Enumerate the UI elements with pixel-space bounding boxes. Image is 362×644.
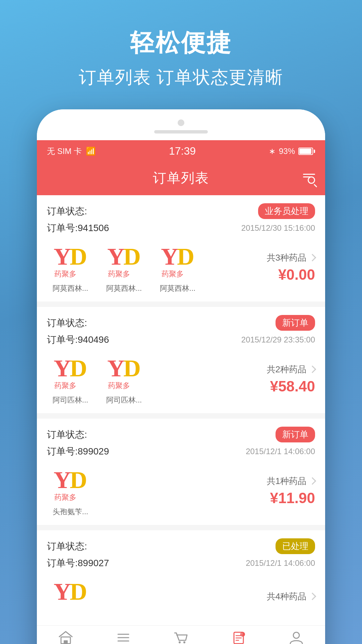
product-items: Y D [47, 576, 260, 616]
product-logo: Y D 药聚多 [49, 241, 92, 281]
battery-icon [298, 148, 315, 155]
svg-point-25 [179, 641, 181, 643]
cart-icon [174, 631, 188, 644]
order-price: ¥58.40 [270, 378, 315, 395]
order-icon: ! [231, 631, 246, 644]
svg-text:Y: Y [54, 467, 71, 493]
chevron-right-icon [309, 366, 316, 373]
status-badge: 新订单 [276, 427, 315, 442]
camera-dot [178, 119, 184, 126]
svg-text:药聚多: 药聚多 [54, 270, 76, 278]
product-items: Y D 药聚多 头孢氨苄... [47, 465, 260, 517]
nav-item-category[interactable]: 分类 [100, 631, 147, 644]
product-name: 阿莫西林... [160, 283, 195, 293]
products-summary: 共2种药品 ¥58.40 [267, 364, 315, 395]
product-item: Y D [47, 576, 94, 616]
bottom-nav: 首页 分类 [37, 625, 325, 644]
summary-count: 共3种药品 [267, 252, 315, 264]
order-date: 2015/12/1 14:06:00 [246, 447, 315, 456]
product-item: Y D 药聚多 阿莫西林... [47, 241, 94, 293]
order-header: 订单状态: 新订单 [47, 315, 315, 331]
order-status-label: 订单状态: [47, 205, 87, 218]
svg-text:D: D [70, 467, 87, 493]
order-item[interactable]: 订单状态: 已处理 订单号:899027 2015/12/1 14:06:00 … [37, 530, 325, 620]
products-summary: 共1种药品 ¥11.90 [267, 475, 315, 506]
chevron-right-icon [309, 593, 316, 600]
svg-rect-21 [64, 640, 68, 644]
svg-text:D: D [123, 355, 141, 382]
order-number-row: 订单号:940496 2015/12/29 23:35:00 [47, 333, 315, 346]
product-item: Y D 药聚多 阿莫西林... [101, 241, 147, 293]
summary-count: 共4种药品 [267, 591, 315, 602]
svg-text:药聚多: 药聚多 [54, 381, 76, 390]
svg-text:Y: Y [107, 355, 125, 382]
order-number: 订单号:899027 [47, 557, 109, 570]
svg-text:药聚多: 药聚多 [108, 270, 130, 278]
nav-item-profile[interactable]: 我 [273, 631, 320, 644]
home-icon [58, 631, 73, 644]
speaker-bar [154, 130, 208, 133]
nav-item-home[interactable]: 首页 [42, 631, 89, 644]
phone-top-decor [37, 109, 325, 140]
search-icon [308, 176, 315, 184]
wifi-icon: 📶 [86, 147, 96, 156]
status-right: ∗ 93% [269, 147, 315, 156]
products-summary: 共4种药品 [267, 591, 315, 602]
order-number: 订单号:899029 [47, 445, 109, 458]
svg-text:Y: Y [161, 243, 178, 270]
order-header: 订单状态: 新订单 [47, 427, 315, 442]
order-date: 2015/12/30 15:16:00 [241, 223, 315, 233]
chevron-right-icon [309, 477, 316, 485]
svg-text:Y: Y [54, 355, 71, 382]
svg-text:D: D [123, 243, 141, 270]
product-name: 阿莫西林... [106, 283, 142, 293]
product-item: Y D 药聚多 头孢氨苄... [47, 465, 94, 517]
svg-text:Y: Y [54, 243, 71, 270]
hero-subtitle: 订单列表 订单状态更清晰 [13, 66, 349, 89]
product-name: 阿司匹林... [53, 395, 88, 405]
clock: 17:39 [169, 145, 196, 157]
product-logo: Y D 药聚多 [49, 353, 92, 393]
product-items: Y D 药聚多 阿莫西林... Y D [47, 241, 260, 293]
summary-count: 共2种药品 [267, 364, 315, 375]
nav-item-cart[interactable]: 购物车 [158, 631, 204, 644]
product-name: 阿司匹林... [106, 395, 142, 405]
products-row: Y D 药聚多 阿司匹林... Y D [47, 353, 315, 405]
svg-text:药聚多: 药聚多 [108, 381, 130, 390]
order-status-label: 订单状态: [47, 540, 87, 553]
svg-text:D: D [70, 355, 87, 382]
svg-text:药聚多: 药聚多 [54, 493, 76, 501]
product-logo: Y D 药聚多 [156, 241, 199, 281]
carrier-text: 无 SIM 卡 [47, 146, 82, 157]
order-item[interactable]: 订单状态: 新订单 订单号:940496 2015/12/29 23:35:00… [37, 307, 325, 413]
product-items: Y D 药聚多 阿司匹林... Y D [47, 353, 260, 405]
products-row: Y D 共4种药品 [47, 576, 315, 616]
status-left: 无 SIM 卡 📶 [47, 146, 96, 157]
order-status-label: 订单状态: [47, 317, 87, 329]
svg-point-26 [183, 641, 185, 643]
order-item[interactable]: 订单状态: 业务员处理 订单号:941506 2015/12/30 15:16:… [37, 195, 325, 302]
battery-percent: 93% [279, 147, 295, 156]
status-badge: 新订单 [276, 315, 315, 331]
product-item: Y D 药聚多 阿司匹林... [47, 353, 94, 405]
order-date: 2015/12/29 23:35:00 [241, 335, 315, 344]
svg-text:D: D [177, 243, 194, 270]
svg-text:D: D [70, 578, 87, 605]
order-header: 订单状态: 业务员处理 [47, 203, 315, 219]
product-logo: Y D 药聚多 [102, 241, 146, 281]
order-number-row: 订单号:899029 2015/12/1 14:06:00 [47, 445, 315, 458]
svg-text:!: ! [241, 633, 242, 636]
svg-text:Y: Y [54, 578, 71, 605]
status-badge: 业务员处理 [258, 203, 315, 219]
order-number: 订单号:941506 [47, 222, 109, 234]
products-summary: 共3种药品 ¥0.00 [267, 252, 315, 283]
order-item[interactable]: 订单状态: 新订单 订单号:899029 2015/12/1 14:06:00 … [37, 419, 325, 525]
products-row: Y D 药聚多 阿莫西林... Y D [47, 241, 315, 293]
user-icon [289, 631, 304, 644]
search-filter-button[interactable] [303, 174, 315, 184]
nav-item-order[interactable]: ! 订单 [215, 631, 262, 644]
product-item: Y D 药聚多 阿司匹林... [101, 353, 147, 405]
product-name: 头孢氨苄... [53, 507, 88, 517]
menu-line-1 [303, 174, 315, 175]
phone-frame: 无 SIM 卡 📶 17:39 ∗ 93% 订单列表 [37, 109, 325, 644]
